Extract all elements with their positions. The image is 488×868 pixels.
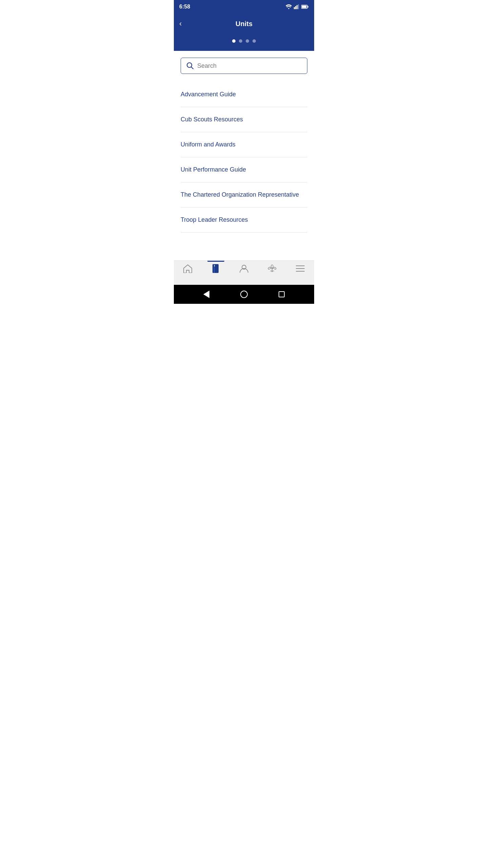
pagination-dots xyxy=(174,34,314,51)
dot-1[interactable] xyxy=(232,39,236,43)
svg-rect-5 xyxy=(308,6,309,8)
dot-3[interactable] xyxy=(246,39,249,43)
list-item-label: Cub Scouts Resources xyxy=(181,116,243,123)
search-container[interactable] xyxy=(181,58,307,74)
fleur-de-lis-icon xyxy=(267,263,277,274)
person-icon xyxy=(239,263,249,274)
page-title: Units xyxy=(236,20,252,28)
search-icon xyxy=(186,62,194,70)
tab-scouts[interactable] xyxy=(258,263,286,276)
svg-rect-11 xyxy=(214,265,215,267)
home-icon xyxy=(183,263,193,274)
status-bar: 6:58 xyxy=(174,0,314,14)
list-item-label: Advancement Guide xyxy=(181,91,236,98)
svg-rect-1 xyxy=(295,6,296,9)
list-item[interactable]: Unit Performance Guide xyxy=(181,157,307,182)
list-item[interactable]: Uniform and Awards xyxy=(181,132,307,157)
android-nav-bar xyxy=(174,285,314,304)
nav-home-button[interactable] xyxy=(240,290,248,298)
header: ‹ Units xyxy=(174,14,314,34)
svg-point-14 xyxy=(268,267,271,270)
list-item[interactable]: Cub Scouts Resources xyxy=(181,107,307,132)
dot-2[interactable] xyxy=(239,39,242,43)
svg-rect-0 xyxy=(294,7,295,9)
main-content: Advancement Guide Cub Scouts Resources U… xyxy=(174,51,314,260)
book-icon xyxy=(211,263,221,274)
wifi-icon xyxy=(286,4,292,9)
list-item-label: Uniform and Awards xyxy=(181,141,236,148)
list-item-label: Unit Performance Guide xyxy=(181,166,246,173)
tab-bar xyxy=(174,260,314,285)
svg-rect-3 xyxy=(298,4,299,9)
nav-back-button[interactable] xyxy=(202,290,210,298)
nav-recents-button[interactable] xyxy=(278,290,286,298)
tab-resources[interactable] xyxy=(202,263,230,276)
list-item-label: The Chartered Organization Representativ… xyxy=(181,191,299,198)
tab-menu[interactable] xyxy=(286,263,314,276)
list-item[interactable]: Troop Leader Resources xyxy=(181,208,307,233)
svg-rect-9 xyxy=(212,264,219,273)
svg-line-8 xyxy=(191,67,193,69)
svg-point-15 xyxy=(273,267,276,270)
status-icons xyxy=(286,4,309,9)
search-input[interactable] xyxy=(197,62,302,70)
tab-profile[interactable] xyxy=(230,263,258,276)
svg-rect-2 xyxy=(297,5,298,9)
battery-icon xyxy=(301,5,309,9)
list-item[interactable]: The Chartered Organization Representativ… xyxy=(181,182,307,208)
status-time: 6:58 xyxy=(179,4,190,10)
tab-active-indicator xyxy=(207,261,224,262)
list-item-label: Troop Leader Resources xyxy=(181,216,248,223)
svg-rect-6 xyxy=(302,6,307,8)
signal-icon xyxy=(294,4,299,9)
tab-home[interactable] xyxy=(174,263,202,276)
dot-4[interactable] xyxy=(252,39,256,43)
back-button[interactable]: ‹ xyxy=(179,19,182,28)
list-item[interactable]: Advancement Guide xyxy=(181,82,307,107)
menu-icon xyxy=(295,263,305,274)
